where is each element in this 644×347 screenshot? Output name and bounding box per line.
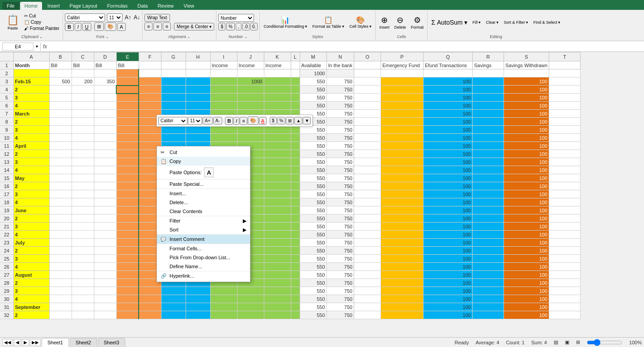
cell[interactable]: [210, 94, 237, 102]
cell[interactable]: [291, 134, 300, 142]
cell[interactable]: [94, 263, 116, 271]
cell[interactable]: [116, 86, 139, 94]
cell[interactable]: 2: [13, 118, 49, 126]
cell[interactable]: [381, 110, 423, 118]
cell[interactable]: [210, 134, 237, 142]
cell[interactable]: [472, 158, 504, 166]
cell[interactable]: 550: [300, 231, 326, 239]
cell[interactable]: [549, 118, 580, 126]
autosum-button[interactable]: Σ AutoSum ▾: [429, 18, 469, 27]
cell[interactable]: [472, 182, 504, 190]
cell[interactable]: 550: [300, 295, 326, 303]
cell[interactable]: [291, 182, 300, 190]
cell[interactable]: 100: [504, 166, 549, 174]
cell[interactable]: [549, 231, 580, 239]
cell[interactable]: [49, 239, 72, 247]
row-header[interactable]: 26: [0, 263, 13, 271]
cell[interactable]: 100: [423, 118, 472, 126]
format-painter-button[interactable]: 🖌 Format Painter: [23, 26, 61, 31]
cell[interactable]: [94, 150, 116, 158]
row-header[interactable]: 8: [0, 118, 13, 126]
cell[interactable]: [94, 231, 116, 239]
cell[interactable]: 3: [13, 126, 49, 134]
align-right-button[interactable]: ≡: [163, 22, 171, 30]
cell[interactable]: [472, 279, 504, 287]
view-page-layout[interactable]: ▣: [565, 339, 569, 345]
cell[interactable]: 200: [72, 77, 94, 86]
cell[interactable]: [72, 102, 94, 110]
cell[interactable]: [186, 295, 210, 303]
cell[interactable]: [549, 158, 580, 166]
cell[interactable]: [49, 174, 72, 182]
cell[interactable]: [354, 166, 381, 174]
cell[interactable]: 750: [326, 166, 354, 174]
cell[interactable]: 100: [423, 190, 472, 198]
cell[interactable]: [354, 118, 381, 126]
col-header-B[interactable]: B: [49, 52, 72, 61]
mini-font-color[interactable]: A: [259, 117, 267, 125]
cell[interactable]: 100: [423, 77, 472, 86]
cell[interactable]: [94, 239, 116, 247]
cell[interactable]: 750: [326, 158, 354, 166]
cell[interactable]: Savings Withdrawn: [504, 61, 549, 69]
col-header-R[interactable]: R: [472, 52, 504, 61]
cell[interactable]: [291, 271, 300, 279]
row-header[interactable]: 25: [0, 255, 13, 263]
cell[interactable]: [72, 239, 94, 247]
tab-data[interactable]: Data: [133, 2, 152, 10]
cell[interactable]: [354, 182, 381, 190]
cell[interactable]: [381, 255, 423, 263]
cell[interactable]: 3: [13, 255, 49, 263]
cell[interactable]: [186, 303, 210, 311]
cell[interactable]: [237, 303, 264, 311]
cell[interactable]: [354, 214, 381, 223]
decrease-decimal-button[interactable]: 0.: [250, 23, 258, 30]
col-header-N[interactable]: N: [326, 52, 354, 61]
tab-formulas[interactable]: Formulas: [102, 2, 132, 10]
cell[interactable]: [72, 118, 94, 126]
cell[interactable]: [354, 150, 381, 158]
cell[interactable]: [13, 69, 49, 77]
cell[interactable]: [472, 255, 504, 263]
cell[interactable]: [381, 214, 423, 223]
number-format-select[interactable]: Number: [218, 14, 254, 22]
cell[interactable]: [549, 206, 580, 214]
cell[interactable]: [94, 206, 116, 214]
context-menu-paste-special[interactable]: Paste Special...: [157, 179, 250, 188]
cell[interactable]: 100: [504, 174, 549, 182]
cell[interactable]: [139, 303, 161, 311]
cell[interactable]: March: [13, 110, 49, 118]
cell[interactable]: [210, 77, 237, 86]
cell[interactable]: [72, 311, 94, 319]
cell[interactable]: [549, 295, 580, 303]
cell[interactable]: 100: [504, 158, 549, 166]
cell[interactable]: [186, 86, 210, 94]
mini-decrease-font[interactable]: A-: [213, 117, 222, 124]
cell[interactable]: 550: [300, 239, 326, 247]
cell[interactable]: 3: [13, 287, 49, 295]
cell[interactable]: [139, 102, 161, 110]
cell[interactable]: [49, 271, 72, 279]
cell[interactable]: 100: [504, 263, 549, 271]
font-color-button[interactable]: A: [117, 23, 126, 31]
cell[interactable]: [49, 102, 72, 110]
cell[interactable]: [472, 102, 504, 110]
cell[interactable]: [549, 150, 580, 158]
cell[interactable]: Income: [210, 61, 237, 69]
cell[interactable]: [49, 287, 72, 295]
col-header-K[interactable]: K: [264, 52, 291, 61]
row-header[interactable]: 6: [0, 102, 13, 110]
bold-button[interactable]: B: [65, 23, 74, 31]
cell[interactable]: [139, 311, 161, 319]
cell[interactable]: 750: [326, 255, 354, 263]
view-normal[interactable]: ▤: [554, 339, 558, 345]
cell[interactable]: [291, 69, 300, 77]
cell[interactable]: [264, 214, 291, 223]
row-header[interactable]: 23: [0, 239, 13, 247]
cell[interactable]: [291, 86, 300, 94]
cell[interactable]: [264, 190, 291, 198]
cell[interactable]: [139, 77, 161, 86]
cell[interactable]: [49, 303, 72, 311]
cell[interactable]: Efund Transactions: [423, 61, 472, 69]
cell[interactable]: [49, 118, 72, 126]
